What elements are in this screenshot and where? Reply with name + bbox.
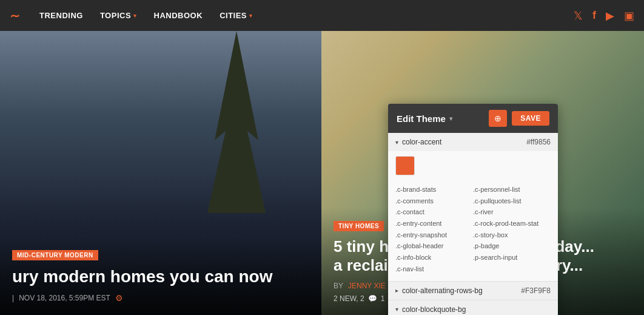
class-item: .c-info-block [395,252,473,263]
class-item: .c-pullquotes-list [473,195,551,207]
color-blockquote-section: ▾ color-blockquote-bg [388,300,558,316]
color-swatch-row [388,151,558,180]
navigation: ∼ TRENDING TOPICS ▾ HANDBOOK CITIES ▾ 𝕏 … [0,0,644,31]
other-icon[interactable]: ▣ [624,9,634,22]
author-link[interactable]: JENNY XIE [348,282,386,290]
color-blockquote-header[interactable]: ▾ color-blockquote-bg [388,300,558,316]
edit-theme-panel: Edit Theme ▾ ⊕ SAVE ▾ color-accent #ff98… [388,104,558,315]
class-item: .p-badge [473,240,551,252]
class-item: .c-personnel-list [473,184,551,195]
chevron-down-icon: ▾ [449,115,452,122]
class-item: .c-entry-content [395,218,473,229]
color-accent-swatch[interactable] [395,156,415,175]
color-blockquote-label: color-blockquote-bg [402,305,551,314]
chevron-down-icon: ▾ [133,13,137,19]
panel-body: ▾ color-accent #ff9856 .c-brand-stats .c… [388,133,558,315]
chevron-down-icon: ▾ [395,306,398,313]
color-alternating-label: color-alternating-rows-bg [402,286,521,295]
color-alternating-value: #F3F9F8 [521,286,551,295]
class-item: .c-story-box [473,229,551,241]
panel-header-controls: ⊕ SAVE [489,110,549,127]
classes-col-right: .c-personnel-list .c-pullquotes-list .c-… [473,184,551,275]
nav-item-cities[interactable]: CITIES ▾ [212,7,260,24]
color-accent-value: #ff9856 [526,138,551,146]
class-item: .c-global-header [395,240,473,252]
nav-item-topics[interactable]: TOPICS ▾ [93,7,144,24]
class-item: .c-rock-prod-team-stat [473,218,551,229]
nav-items: TRENDING TOPICS ▾ HANDBOOK CITIES ▾ [32,7,574,24]
classes-col-left: .c-brand-stats .c-comments .c-contact .c… [395,184,473,275]
class-item: .c-contact [395,206,473,218]
logo[interactable]: ∼ [10,8,20,23]
save-button[interactable]: SAVE [512,111,549,126]
class-item: .c-comments [395,195,473,207]
nav-item-trending[interactable]: TRENDING [32,7,90,24]
twitter-icon[interactable]: 𝕏 [574,9,583,22]
panel-title: Edit Theme ▾ [397,113,452,124]
color-alternating-header[interactable]: ▸ color-alternating-rows-bg #F3F9F8 [388,282,558,300]
chevron-down-icon: ▾ [395,139,398,146]
class-item: .p-search-input [473,252,551,263]
comment-icon: 💬 [368,294,377,303]
panel-header: Edit Theme ▾ ⊕ SAVE [388,104,558,133]
main-content: MID-CENTURY MODERN ury modern homes you … [0,31,644,315]
color-accent-label: color-accent [402,138,526,146]
article-right-tag: TINY HOMES [334,221,384,231]
chevron-down-icon: ▾ [249,13,253,19]
target-button[interactable]: ⊕ [489,110,507,127]
nav-item-handbook[interactable]: HANDBOOK [147,7,210,24]
gear-icon[interactable]: ⚙ [115,293,123,303]
color-accent-section: ▾ color-accent #ff9856 .c-brand-stats .c… [388,133,558,282]
social-links: 𝕏 f ▶ ▣ [574,9,634,22]
article-left-meta: | NOV 18, 2016, 5:59PM EST ⚙ [12,293,309,303]
facebook-icon[interactable]: f [592,9,596,22]
color-accent-header[interactable]: ▾ color-accent #ff9856 [388,133,558,151]
class-item: .c-river [473,206,551,218]
youtube-icon[interactable]: ▶ [606,9,614,22]
class-item: .c-nav-list [395,263,473,275]
article-left[interactable]: MID-CENTURY MODERN ury modern homes you … [0,31,321,315]
chevron-right-icon: ▸ [395,287,398,294]
article-left-title: ury modern homes you can now [12,266,309,287]
class-item: .c-brand-stats [395,184,473,195]
article-left-tag: MID-CENTURY MODERN [12,250,98,260]
class-item: .c-entry-snapshot [395,229,473,241]
article-left-overlay: MID-CENTURY MODERN ury modern homes you … [0,237,321,315]
affected-classes: .c-brand-stats .c-comments .c-contact .c… [388,180,558,281]
